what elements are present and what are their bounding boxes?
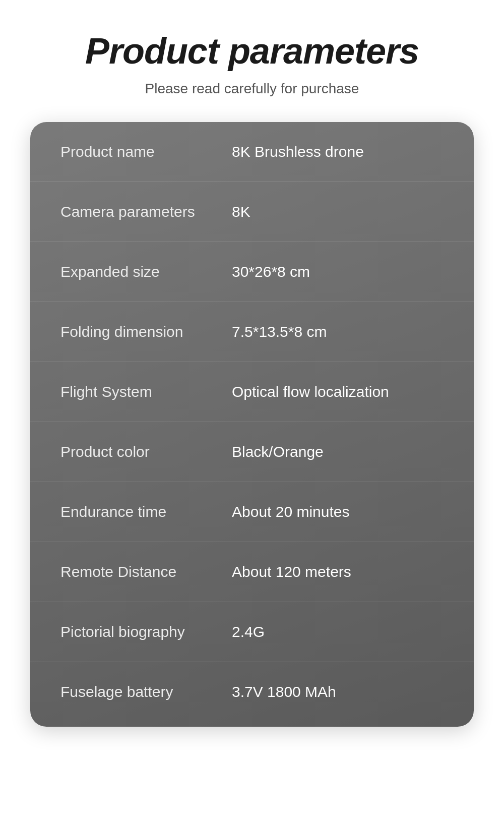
table-row: Flight SystemOptical flow localization <box>30 362 474 422</box>
param-value: 3.7V 1800 MAh <box>232 683 336 700</box>
param-label: Remote Distance <box>60 563 232 580</box>
param-value: 8K Brushless drone <box>232 143 364 160</box>
table-row: Product colorBlack/Orange <box>30 422 474 482</box>
param-value: Black/Orange <box>232 443 324 460</box>
param-label: Expanded size <box>60 263 232 280</box>
param-label: Product color <box>60 443 232 460</box>
param-value: About 20 minutes <box>232 503 349 520</box>
param-value: 2.4G <box>232 623 265 640</box>
param-value: 7.5*13.5*8 cm <box>232 323 327 340</box>
param-label: Fuselage battery <box>60 683 232 700</box>
table-row: Product name8K Brushless drone <box>30 122 474 182</box>
param-value: Optical flow localization <box>232 383 389 400</box>
params-card: Product name8K Brushless droneCamera par… <box>30 122 474 727</box>
table-row: Fuselage battery3.7V 1800 MAh <box>30 662 474 722</box>
page-subtitle: Please read carefully for purchase <box>145 81 359 97</box>
param-value: 8K <box>232 203 250 220</box>
table-row: Folding dimension7.5*13.5*8 cm <box>30 302 474 362</box>
table-row: Pictorial biography2.4G <box>30 602 474 662</box>
page-title: Product parameters <box>85 30 419 72</box>
param-value: About 120 meters <box>232 563 351 580</box>
table-row: Endurance timeAbout 20 minutes <box>30 482 474 542</box>
table-row: Remote DistanceAbout 120 meters <box>30 542 474 602</box>
param-label: Folding dimension <box>60 323 232 340</box>
table-row: Camera parameters8K <box>30 182 474 242</box>
param-label: Pictorial biography <box>60 623 232 640</box>
param-label: Camera parameters <box>60 203 232 220</box>
table-row: Expanded size30*26*8 cm <box>30 242 474 302</box>
param-label: Endurance time <box>60 503 232 520</box>
param-label: Product name <box>60 143 232 160</box>
param-value: 30*26*8 cm <box>232 263 310 280</box>
param-label: Flight System <box>60 383 232 400</box>
